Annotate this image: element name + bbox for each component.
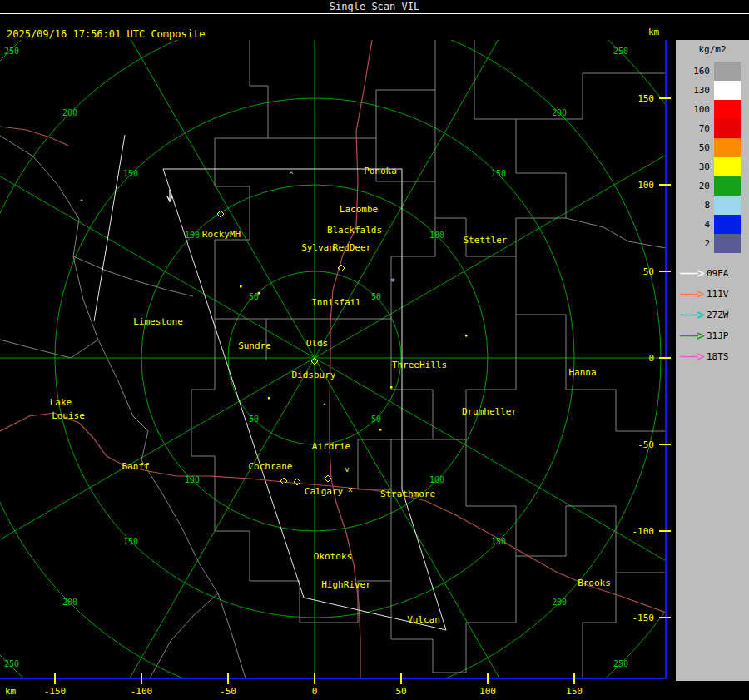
colorbar-title: kg/m2 (676, 40, 749, 55)
title-bar: Single_Scan_VIL (0, 0, 749, 14)
city-label: Brooks (578, 578, 611, 588)
range-label: 150 (123, 169, 138, 178)
y-axis-value: -100 (632, 526, 655, 537)
range-label: 200 (552, 598, 567, 607)
y-axis-unit: km (648, 27, 659, 37)
x-axis-labels: -150-100-50050100150 (44, 673, 583, 697)
range-label: 200 (552, 108, 567, 117)
colorbar-entry: 30 (676, 157, 749, 176)
city-marker-icon (294, 479, 300, 485)
city-label: Olds (306, 338, 329, 349)
radar-arrow-icon (679, 331, 704, 340)
colorbar-entry: 20 (676, 176, 749, 196)
town-dot-icon (258, 292, 260, 295)
range-label: 150 (491, 537, 506, 546)
colorbar: 16013010070503020842 (676, 62, 749, 253)
x-marker-icon: x (348, 485, 353, 494)
range-label: 100 (185, 475, 200, 484)
range-label: 50 (249, 415, 259, 424)
x-axis-value: 150 (566, 686, 583, 697)
colorbar-entry: 2 (676, 234, 749, 253)
range-label: 50 (371, 415, 381, 424)
colorbar-entry: 50 (676, 138, 749, 157)
city-label: Sundre (238, 340, 271, 351)
x-axis-value: -50 (220, 686, 236, 697)
radar-arrow-icon (679, 269, 704, 278)
x-axis-value: 0 (312, 686, 318, 697)
peak-marker-icon: ^ (322, 402, 327, 410)
color-swatch (714, 81, 741, 100)
colorbar-value: 130 (676, 85, 714, 96)
city-label: Ponoka (364, 166, 397, 176)
city-label: Okotoks (314, 551, 352, 562)
colorbar-entry: 130 (676, 81, 749, 100)
radar-site-entry: 111V (676, 284, 749, 305)
city-label: Didsbury (292, 370, 336, 380)
radar-application: { "window": { "title": "Single_Scan_VIL"… (0, 0, 749, 700)
city-label: Airdrie (312, 441, 350, 452)
peak-marker-icon: ^ (79, 198, 84, 206)
city-label: Sylvan (301, 242, 335, 253)
colorbar-value: 4 (676, 219, 714, 230)
range-label: 250 (4, 47, 19, 56)
y-axis-value: 100 (637, 180, 654, 191)
colorbar-value: 30 (676, 161, 714, 172)
range-label: 200 (62, 108, 77, 117)
radar-site-legend: 09EA111V27ZW31JP18TS (676, 263, 749, 367)
range-label: 100 (429, 231, 444, 240)
radar-arrow-icon (679, 310, 704, 320)
city-label: Blackfalds (327, 225, 382, 236)
city-label: Innisfail (311, 297, 361, 308)
range-label: 200 (62, 598, 77, 607)
color-swatch (714, 62, 741, 81)
range-label: 150 (491, 169, 506, 178)
legend-panel: kg/m2 16013010070503020842 09EA111V27ZW3… (676, 40, 749, 681)
city-label: RockyMH (202, 229, 241, 240)
radar-site-label: 31JP (707, 330, 729, 341)
x-axis-value: 100 (479, 686, 496, 697)
city-label: Louise (52, 410, 85, 421)
colorbar-value: 8 (676, 200, 714, 211)
color-swatch (714, 176, 741, 196)
city-label: Hanna (568, 367, 596, 378)
range-label: 50 (249, 292, 259, 301)
city-label: Vulcan (407, 614, 440, 625)
y-axis-value: 150 (637, 93, 654, 104)
radar-site-entry: 27ZW (676, 305, 749, 325)
range-label: 250 (613, 659, 628, 668)
radar-site-entry: 31JP (676, 325, 749, 346)
y-axis-value: 50 (643, 266, 654, 277)
city-label: Calgary (305, 486, 344, 497)
town-dot-icon (240, 285, 242, 288)
city-label: RedDeer (333, 242, 372, 253)
color-swatch (714, 215, 741, 234)
x-axis-value: 50 (395, 686, 406, 697)
range-label: 250 (613, 47, 628, 56)
colorbar-entry: 4 (676, 215, 749, 234)
v-marker-icon: v (345, 465, 349, 474)
city-label: Limestone (133, 316, 183, 327)
color-swatch (714, 138, 741, 157)
range-label: 250 (4, 659, 19, 668)
color-swatch (714, 234, 741, 253)
radar-map-display[interactable]: 5010015020025050100150200250501001502002… (0, 40, 674, 700)
city-label: Drumheller (462, 406, 518, 417)
radar-site-label: 09EA (707, 268, 729, 279)
color-swatch (714, 196, 741, 215)
city-label: Banff (122, 461, 149, 472)
city-label: Lake (50, 397, 72, 408)
town-dot-icon (268, 397, 270, 400)
city-label: HighRiver (321, 579, 371, 590)
colorbar-entry: 70 (676, 119, 749, 138)
radar-site-label: 111V (707, 289, 729, 300)
color-swatch (714, 157, 741, 176)
y-axis-value: -50 (637, 439, 654, 450)
town-dot-icon (379, 429, 382, 431)
map-markers: ^^^*xv (79, 171, 467, 494)
asterisk-marker-icon: * (390, 277, 395, 286)
city-label: Cochrane (249, 461, 293, 472)
colorbar-value: 100 (676, 104, 714, 115)
color-swatch (714, 119, 741, 138)
x-axis-value: -100 (131, 686, 153, 697)
colorbar-value: 20 (676, 181, 714, 191)
